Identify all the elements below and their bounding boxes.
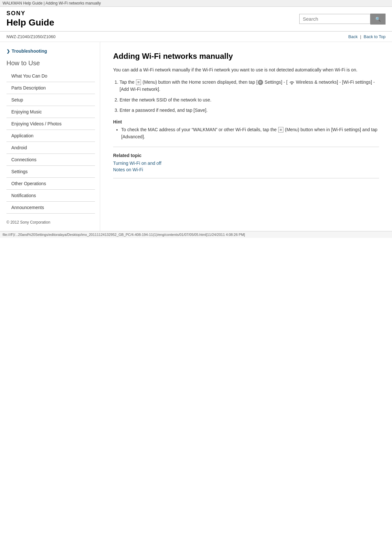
browser-title-bar: WALKMAN Help Guide | Adding Wi-Fi networ…: [0, 0, 392, 7]
sidebar-item-other-operations[interactable]: Other Operations: [6, 178, 95, 190]
article-intro: You can add a Wi-Fi network manually if …: [113, 67, 379, 73]
sidebar-item-setup[interactable]: Setup: [6, 94, 95, 106]
sidebar-item-notifications[interactable]: Notifications: [6, 190, 95, 202]
back-link[interactable]: Back: [348, 34, 358, 39]
nav-links: Back | Back to Top: [348, 34, 386, 39]
menu-icon-hint: ≡: [278, 127, 283, 132]
related-link-notes-wifi[interactable]: Notes on Wi-Fi: [113, 167, 379, 172]
subheader: NWZ-Z1040/Z1050/Z1060 Back | Back to Top: [0, 32, 392, 42]
browser-footer: file:///F|/...20and%20Settings/editorala…: [0, 231, 392, 238]
content-area: ❯ Troubleshooting How to Use What You Ca…: [0, 42, 392, 231]
divider-bottom: [113, 178, 379, 178]
sidebar-item-connections[interactable]: Connections: [6, 154, 95, 166]
related-topic-label: Related topic: [113, 153, 379, 158]
sidebar-item-enjoying-videos[interactable]: Enjoying Videos / Photos: [6, 118, 95, 130]
sidebar-item-what-you-can-do[interactable]: What You Can Do: [6, 70, 95, 82]
help-guide-title: Help Guide: [6, 17, 54, 28]
divider: [113, 147, 379, 147]
sidebar-nav: What You Can Do Parts Description Setup …: [6, 70, 95, 214]
back-to-top-link[interactable]: Back to Top: [364, 34, 386, 39]
step-2: Enter the network SSID of the network to…: [120, 96, 379, 103]
troubleshooting-label: Troubleshooting: [12, 48, 47, 54]
hint-label: Hint: [113, 119, 379, 124]
how-to-use-heading: How to Use: [6, 59, 95, 67]
hint-box: Hint To check the MAC address of your “W…: [113, 119, 379, 141]
related-link-wifi-on-off[interactable]: Turning Wi-Fi on and off: [113, 161, 379, 166]
header-logo-area: SONY Help Guide: [6, 10, 54, 28]
settings-icon: ⚙: [258, 80, 263, 85]
nav-separator: |: [360, 34, 361, 39]
hint-list: To check the MAC address of your “WALKMA…: [121, 126, 379, 141]
article-title: Adding Wi-Fi networks manually: [113, 52, 379, 61]
model-number: NWZ-Z1040/Z1050/Z1060: [6, 34, 56, 39]
sidebar-item-announcements[interactable]: Announcements: [6, 202, 95, 214]
sidebar: ❯ Troubleshooting How to Use What You Ca…: [0, 42, 100, 231]
browser-title-text: WALKMAN Help Guide | Adding Wi-Fi networ…: [3, 1, 101, 5]
sidebar-item-enjoying-music[interactable]: Enjoying Music: [6, 106, 95, 118]
wifi-icon: [289, 80, 294, 85]
related-links: Turning Wi-Fi on and off Notes on Wi-Fi: [113, 161, 379, 172]
hint-item: To check the MAC address of your “WALKMA…: [121, 126, 379, 141]
step-3: Enter a password if needed, and tap [Sav…: [120, 107, 379, 114]
chevron-right-icon: ❯: [6, 49, 10, 54]
sidebar-item-android[interactable]: Android: [6, 142, 95, 154]
steps-list: Tap the ≡ (Menu) button with the Home sc…: [120, 79, 379, 114]
page-header: SONY Help Guide 🔍: [0, 7, 392, 32]
sidebar-item-parts-description[interactable]: Parts Description: [6, 82, 95, 94]
search-button[interactable]: 🔍: [370, 14, 386, 25]
search-area: 🔍: [299, 14, 386, 25]
step-1: Tap the ≡ (Menu) button with the Home sc…: [120, 79, 379, 93]
sony-logo: SONY: [6, 10, 54, 17]
troubleshooting-link[interactable]: ❯ Troubleshooting: [6, 48, 95, 54]
sidebar-item-application[interactable]: Application: [6, 130, 95, 142]
search-input[interactable]: [299, 14, 370, 24]
sidebar-footer: © 2012 Sony Corporation: [6, 220, 95, 225]
main-content: Adding Wi-Fi networks manually You can a…: [100, 42, 392, 231]
sidebar-item-settings[interactable]: Settings: [6, 166, 95, 178]
menu-icon: ≡: [136, 79, 141, 85]
